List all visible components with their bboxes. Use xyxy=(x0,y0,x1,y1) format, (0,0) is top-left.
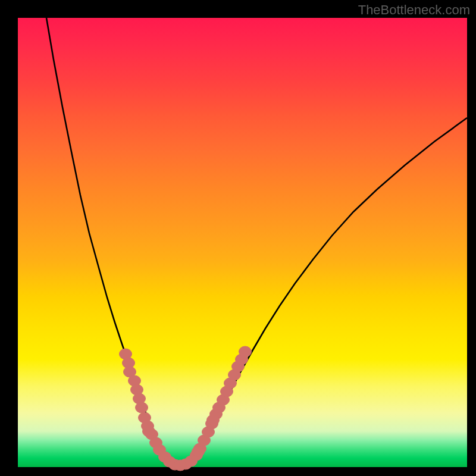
curve-svg xyxy=(18,18,467,467)
data-marker xyxy=(192,446,205,457)
data-marker xyxy=(239,346,252,357)
data-marker xyxy=(143,426,155,437)
bottleneck-curve xyxy=(46,18,467,465)
chart-frame: TheBottleneck.com xyxy=(0,0,476,476)
plot-area xyxy=(18,18,467,467)
watermark-text: TheBottleneck.com xyxy=(358,2,470,18)
data-marker xyxy=(136,402,148,413)
data-marker xyxy=(120,349,132,359)
data-markers-group xyxy=(120,346,252,471)
data-marker xyxy=(207,415,220,425)
